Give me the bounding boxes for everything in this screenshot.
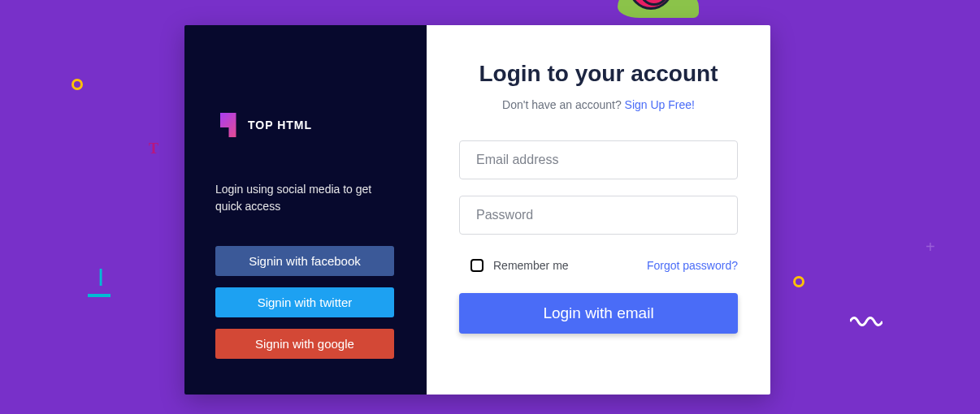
- email-login-pane: Login to your account Don't have an acco…: [427, 25, 770, 395]
- decoration-circle: [72, 79, 83, 90]
- signin-facebook-button[interactable]: Signin with facebook: [215, 246, 394, 276]
- brand-logo: TOP HTML: [215, 113, 396, 137]
- decoration-letter: T: [149, 140, 158, 157]
- forgot-password-link[interactable]: Forgot password?: [647, 259, 738, 272]
- decoration-pipe: |: [98, 265, 103, 287]
- social-login-pane: TOP HTML Login using social media to get…: [184, 25, 427, 395]
- snail-illustration: [618, 0, 699, 18]
- login-email-button[interactable]: Login with email: [459, 293, 738, 334]
- signin-google-button[interactable]: Signin with google: [215, 329, 394, 359]
- email-field[interactable]: [459, 140, 738, 179]
- remember-me-checkbox[interactable]: [470, 259, 483, 272]
- password-field[interactable]: [459, 196, 738, 235]
- signup-link[interactable]: Sign Up Free!: [625, 98, 695, 111]
- social-intro-text: Login using social media to get quick ac…: [215, 181, 396, 215]
- signin-twitter-button[interactable]: Signin with twitter: [215, 287, 394, 317]
- remember-me-group[interactable]: Remember me: [459, 259, 569, 272]
- signup-prompt-text: Don't have an account?: [502, 98, 625, 111]
- decoration-wave: [850, 314, 882, 332]
- signup-prompt: Don't have an account? Sign Up Free!: [459, 98, 738, 111]
- remember-me-label: Remember me: [493, 259, 569, 272]
- logo-mark-icon: [215, 113, 240, 137]
- decoration-circle: [793, 276, 804, 287]
- page-title: Login to your account: [459, 61, 738, 87]
- brand-name: TOP HTML: [248, 119, 312, 132]
- decoration-dash: [88, 294, 111, 297]
- decoration-plus: +: [926, 238, 935, 257]
- login-card: TOP HTML Login using social media to get…: [184, 25, 770, 395]
